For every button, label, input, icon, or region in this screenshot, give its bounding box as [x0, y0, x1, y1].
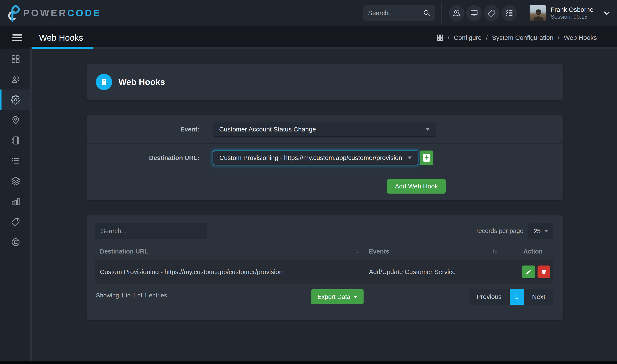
- sidebar-item-tickets[interactable]: [0, 211, 29, 232]
- trash-icon: [541, 269, 547, 275]
- powercode-logo: POWERCODE: [6, 4, 101, 22]
- brand-wordmark: POWERCODE: [23, 8, 101, 18]
- entries-summary: Showing 1 to 1 of 1 entries: [96, 292, 167, 299]
- webhooks-table-card: records per page 25 Destination URL: [87, 215, 563, 320]
- sidebar-item-lists[interactable]: [0, 151, 29, 171]
- page-title: Web Hooks: [39, 33, 83, 43]
- title-bar: Web Hooks / Configure / System Configura…: [0, 26, 617, 49]
- breadcrumb-separator: /: [558, 34, 559, 41]
- session-timer: Session: 00:15: [550, 13, 593, 20]
- delete-button[interactable]: [537, 265, 550, 278]
- top-bar: POWERCODE: [0, 0, 617, 26]
- records-per-page-select[interactable]: 25: [528, 223, 553, 239]
- breadcrumb-home-button[interactable]: [436, 34, 443, 41]
- sidebar-divider: [29, 49, 32, 364]
- checklist-icon: [505, 9, 514, 18]
- checklist-quick-button[interactable]: [501, 5, 517, 21]
- event-select[interactable]: Customer Account Status Change: [213, 122, 436, 137]
- bottom-bar: [0, 362, 617, 364]
- tag-icon: [487, 9, 496, 18]
- column-events[interactable]: Events: [364, 248, 501, 255]
- destination-url-label: Destination URL:: [87, 154, 200, 161]
- export-data-button[interactable]: Export Data: [311, 289, 363, 304]
- records-per-page-value: 25: [534, 227, 540, 235]
- breadcrumb-configure[interactable]: Configure: [454, 34, 482, 41]
- monitor-icon: [469, 9, 479, 18]
- gear-icon: [11, 95, 21, 105]
- sidebar-toggle-button[interactable]: [13, 33, 22, 43]
- notebook-icon: [11, 136, 21, 145]
- breadcrumb-system-configuration[interactable]: System Configuration: [492, 34, 553, 41]
- search-icon: [423, 9, 431, 17]
- destination-url-select-value: Custom Provisioning - https://my.custom.…: [219, 154, 402, 161]
- pencil-icon: [525, 269, 532, 275]
- pagination-previous-button[interactable]: Previous: [469, 289, 510, 305]
- table-row: Custom Provisioning - https://my.custom.…: [95, 260, 553, 284]
- tag-quick-button[interactable]: [484, 5, 500, 21]
- table-footer: Showing 1 to 1 of 1 entries Export Data …: [95, 286, 553, 311]
- user-name: Frank Osborne: [550, 6, 593, 13]
- main-content: Web Hooks Event: Customer Account Status…: [32, 49, 617, 364]
- event-row: Event: Customer Account Status Change: [87, 115, 563, 143]
- sidebar-item-journal[interactable]: [0, 130, 29, 151]
- active-tab-indicator: [32, 47, 94, 49]
- sidebar-item-support[interactable]: [0, 232, 29, 252]
- list-icon: [11, 156, 21, 166]
- sort-icon: [492, 248, 497, 255]
- breadcrumb: / Configure / System Configuration / Web…: [436, 34, 597, 41]
- breadcrumb-separator: /: [486, 34, 488, 41]
- sidebar-item-locations[interactable]: [0, 110, 29, 130]
- chevron-down-icon: [544, 230, 548, 232]
- webhook-doc-icon: [96, 74, 112, 90]
- pagination: Previous 1 Next: [469, 289, 553, 305]
- add-destination-button[interactable]: +: [420, 151, 433, 165]
- user-info: Frank Osborne Session: 00:15: [550, 6, 593, 20]
- sidebar-item-customers[interactable]: [0, 69, 29, 90]
- table-toolbar: records per page 25: [95, 223, 553, 242]
- dashboard-grid-icon: [11, 54, 21, 64]
- chevron-down-icon: [603, 9, 611, 17]
- edit-button[interactable]: [522, 265, 535, 278]
- tab-track: [29, 47, 617, 49]
- column-label: Destination URL: [100, 248, 148, 255]
- tag-icon: [11, 217, 21, 227]
- pagination-next-button[interactable]: Next: [524, 289, 553, 305]
- user-menu[interactable]: Frank Osborne Session: 00:15: [530, 5, 611, 21]
- column-destination-url[interactable]: Destination URL: [95, 248, 364, 255]
- bar-chart-icon: [11, 196, 21, 207]
- table-search-input[interactable]: [95, 223, 207, 239]
- page-header-card: Web Hooks: [87, 64, 563, 100]
- card-title: Web Hooks: [119, 77, 165, 87]
- chevron-down-icon: [354, 296, 357, 298]
- powercode-logo-icon: [6, 4, 22, 22]
- users-icon: [452, 9, 461, 18]
- destination-url-select[interactable]: Custom Provisioning - https://my.custom.…: [213, 151, 418, 165]
- global-search-input[interactable]: [368, 9, 423, 17]
- global-search: [363, 5, 435, 21]
- sidebar-item-services[interactable]: [0, 171, 29, 191]
- destination-row: Destination URL: Custom Provisioning - h…: [87, 143, 563, 172]
- monitor-quick-button[interactable]: [466, 5, 482, 21]
- event-label: Event:: [87, 126, 200, 133]
- table-header: Destination URL Events: [95, 242, 553, 260]
- users-quick-button[interactable]: [449, 5, 464, 21]
- breadcrumb-separator: /: [448, 34, 449, 41]
- pagination-page-1-button[interactable]: 1: [510, 289, 524, 305]
- breadcrumb-web-hooks[interactable]: Web Hooks: [564, 34, 597, 41]
- avatar: [530, 5, 546, 21]
- webhook-form-card: Event: Customer Account Status Change De…: [87, 115, 563, 200]
- body: Web Hooks Event: Customer Account Status…: [0, 49, 617, 364]
- life-ring-icon: [11, 237, 21, 247]
- sidebar-item-reports[interactable]: [0, 191, 29, 211]
- layers-icon: [11, 176, 21, 186]
- export-data-label: Export Data: [318, 293, 350, 300]
- map-pin-icon: [11, 115, 21, 125]
- cell-actions: [501, 265, 553, 278]
- chevron-down-icon: [426, 128, 430, 130]
- column-action: Action: [501, 248, 553, 255]
- plus-square-icon: +: [423, 154, 430, 162]
- chevron-down-icon: [408, 156, 412, 159]
- sidebar-item-dashboard[interactable]: [0, 49, 29, 69]
- add-web-hook-button[interactable]: Add Web Hook: [387, 179, 446, 194]
- sidebar-item-settings[interactable]: [0, 90, 29, 110]
